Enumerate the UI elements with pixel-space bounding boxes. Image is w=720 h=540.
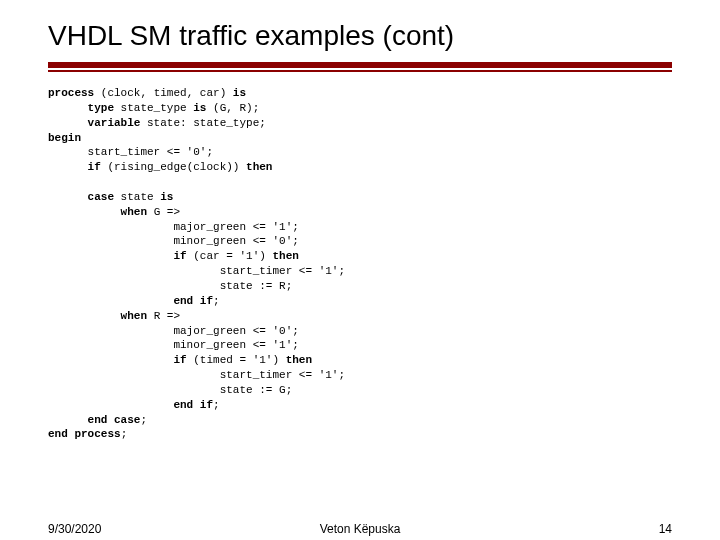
code-text: (timed = '1') bbox=[187, 354, 286, 366]
page-title: VHDL SM traffic examples (cont) bbox=[48, 20, 672, 52]
kw-if: if bbox=[48, 161, 101, 173]
slide: VHDL SM traffic examples (cont) process … bbox=[0, 0, 720, 540]
code-text: R => bbox=[147, 310, 180, 322]
code-text: minor_green <= '0'; bbox=[48, 235, 299, 247]
code-text: start_timer <= '1'; bbox=[48, 369, 345, 381]
kw-type: type bbox=[48, 102, 114, 114]
code-text: ; bbox=[213, 399, 220, 411]
footer-author: Veton Këpuska bbox=[0, 522, 720, 536]
kw-when: when bbox=[48, 310, 147, 322]
kw-endprocess: end process bbox=[48, 428, 121, 440]
kw-variable: variable bbox=[48, 117, 140, 129]
code-text: (clock, timed, car) bbox=[94, 87, 233, 99]
code-text: state := G; bbox=[48, 384, 292, 396]
kw-if: if bbox=[48, 354, 187, 366]
kw-when: when bbox=[48, 206, 147, 218]
code-block: process (clock, timed, car) is type stat… bbox=[48, 86, 672, 442]
code-text: (rising_edge(clock)) bbox=[101, 161, 246, 173]
code-text: ; bbox=[140, 414, 147, 426]
code-text: ; bbox=[213, 295, 220, 307]
kw-then: then bbox=[272, 250, 298, 262]
kw-is: is bbox=[233, 87, 246, 99]
footer-page: 14 bbox=[659, 522, 672, 536]
code-text: (car = '1') bbox=[187, 250, 273, 262]
kw-is: is bbox=[193, 102, 206, 114]
kw-begin: begin bbox=[48, 132, 81, 144]
kw-is: is bbox=[160, 191, 173, 203]
code-text: (G, R); bbox=[206, 102, 259, 114]
kw-endif: end if bbox=[48, 295, 213, 307]
rule-thin bbox=[48, 70, 672, 72]
title-rule bbox=[48, 62, 672, 72]
code-text: state := R; bbox=[48, 280, 292, 292]
code-text: G => bbox=[147, 206, 180, 218]
code-text: major_green <= '1'; bbox=[48, 221, 299, 233]
kw-then: then bbox=[286, 354, 312, 366]
kw-endif: end if bbox=[48, 399, 213, 411]
kw-endcase: end case bbox=[48, 414, 140, 426]
code-text: start_timer <= '0'; bbox=[48, 146, 213, 158]
code-text: state_type bbox=[114, 102, 193, 114]
kw-case: case bbox=[48, 191, 114, 203]
code-text: ; bbox=[121, 428, 128, 440]
code-text: major_green <= '0'; bbox=[48, 325, 299, 337]
code-text: start_timer <= '1'; bbox=[48, 265, 345, 277]
kw-process: process bbox=[48, 87, 94, 99]
code-text: state bbox=[114, 191, 160, 203]
kw-then: then bbox=[246, 161, 272, 173]
rule-thick bbox=[48, 62, 672, 68]
code-text: state: state_type; bbox=[140, 117, 265, 129]
kw-if: if bbox=[48, 250, 187, 262]
code-text: minor_green <= '1'; bbox=[48, 339, 299, 351]
